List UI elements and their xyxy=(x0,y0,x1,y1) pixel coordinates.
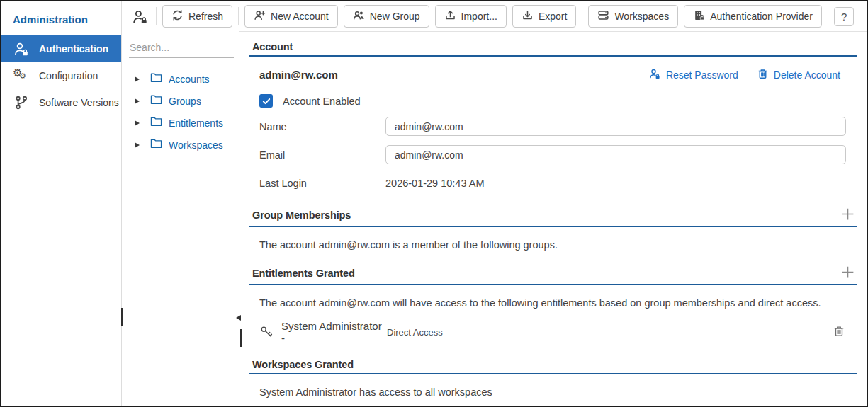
tree-item-label: Groups xyxy=(169,96,201,107)
person-lock-icon xyxy=(13,40,30,57)
new-group-button-label: New Group xyxy=(370,11,420,22)
toolbar-separator xyxy=(828,7,828,25)
toolbar-separator xyxy=(238,7,239,25)
section-divider xyxy=(249,284,857,285)
new-account-button-label: New Account xyxy=(271,11,329,22)
admin-window: { "colors": { "accent_blue": "#1d6fc5", … xyxy=(0,0,868,407)
toolbar-separator xyxy=(156,7,157,25)
last-login-value: 2026-01-29 10:43 AM xyxy=(385,178,484,189)
delete-account-link[interactable]: Delete Account xyxy=(757,67,840,82)
account-lock-icon[interactable] xyxy=(130,7,149,25)
tree-item-groups[interactable]: Groups xyxy=(122,90,239,112)
group-memberships-header: Group Memberships xyxy=(249,193,857,226)
import-button[interactable]: Import... xyxy=(435,5,507,28)
last-login-label: Last Login xyxy=(259,178,385,189)
download-icon xyxy=(522,9,534,23)
section-title: Group Memberships xyxy=(252,210,351,221)
folder-icon xyxy=(150,116,162,130)
help-icon: ? xyxy=(841,11,847,23)
sidebar-item-configuration[interactable]: ⚙⚙ Configuration xyxy=(1,62,121,89)
export-button[interactable]: Export xyxy=(512,5,576,28)
upload-icon xyxy=(444,9,456,23)
group-memberships-description: The account admin@rw.com is a member of … xyxy=(249,239,857,251)
new-account-button[interactable]: New Account xyxy=(244,5,338,28)
email-field-label: Email xyxy=(259,149,385,161)
account-detail-panel: Account admin@rw.com Reset Password Dele… xyxy=(239,31,867,406)
workspaces-description: System Administrator has access to all w… xyxy=(249,386,857,398)
tree-list: Accounts Groups Entitlements Workspaces xyxy=(122,68,239,156)
reset-password-link[interactable]: Reset Password xyxy=(648,67,738,82)
section-title: Entitlements Granted xyxy=(252,268,355,279)
sidebar-title: Administration xyxy=(1,1,121,35)
tree-item-label: Workspaces xyxy=(169,139,223,151)
section-divider xyxy=(249,226,857,227)
authentication-provider-button-label: Authentication Provider xyxy=(710,11,813,22)
right-column: Refresh New Account New Group Import... … xyxy=(122,1,867,406)
tree-item-accounts[interactable]: Accounts xyxy=(122,68,239,90)
authentication-provider-button[interactable]: Authentication Provider xyxy=(684,5,822,28)
section-title: Account xyxy=(252,41,293,52)
toolbar-separator xyxy=(582,7,582,25)
entitlement-name: System Administrator - xyxy=(281,320,387,344)
trash-icon xyxy=(757,68,769,82)
tree-splitter-handle[interactable] xyxy=(240,329,242,347)
account-title-row: admin@rw.com Reset Password Delete Accou… xyxy=(249,67,857,82)
account-enabled-label: Account Enabled xyxy=(283,96,361,107)
building-lock-icon xyxy=(693,9,705,23)
sidebar-item-software-versions[interactable]: Software Versions xyxy=(1,89,121,116)
search-input[interactable] xyxy=(129,40,234,58)
workspaces-button-label: Workspaces xyxy=(614,11,669,22)
toolbar: Refresh New Account New Group Import... … xyxy=(122,1,867,31)
tree-item-entitlements[interactable]: Entitlements xyxy=(122,112,239,134)
section-title: Workspaces Granted xyxy=(252,359,354,370)
plus-icon xyxy=(840,265,855,282)
person-lock-icon xyxy=(648,67,661,82)
people-icon xyxy=(353,9,365,23)
tree-item-workspaces[interactable]: Workspaces xyxy=(122,134,239,156)
reset-password-label: Reset Password xyxy=(666,69,738,81)
name-field[interactable] xyxy=(385,117,846,136)
workspaces-granted-header: Workspaces Granted xyxy=(249,344,857,373)
email-field[interactable] xyxy=(385,145,846,164)
name-field-row: Name xyxy=(249,117,857,136)
caret-right-icon[interactable] xyxy=(135,142,140,148)
add-entitlement-button[interactable] xyxy=(840,265,855,281)
entitlement-row: System Administrator - Direct Access xyxy=(249,320,857,344)
trash-icon xyxy=(833,325,845,340)
help-button[interactable]: ? xyxy=(834,7,854,26)
account-section-header: Account xyxy=(249,32,857,55)
account-actions: Reset Password Delete Account xyxy=(648,67,840,82)
tree-panel: Accounts Groups Entitlements Workspaces xyxy=(122,31,239,406)
sidebar-item-label: Authentication xyxy=(39,43,108,55)
key-icon xyxy=(259,325,274,339)
account-enabled-checkbox[interactable] xyxy=(259,94,273,108)
last-login-row: Last Login 2026-01-29 10:43 AM xyxy=(249,173,857,193)
name-field-label: Name xyxy=(259,121,385,132)
plus-icon xyxy=(840,207,855,224)
tree-item-label: Accounts xyxy=(169,74,210,85)
caret-right-icon[interactable] xyxy=(135,76,140,82)
sidebar-item-authentication[interactable]: Authentication xyxy=(1,35,121,62)
caret-right-icon[interactable] xyxy=(135,120,140,126)
new-group-button[interactable]: New Group xyxy=(344,5,429,28)
caret-right-icon[interactable] xyxy=(135,98,140,104)
entitlement-access-type: Direct Access xyxy=(387,327,443,338)
folder-icon xyxy=(150,72,162,86)
refresh-button-label: Refresh xyxy=(188,11,223,22)
section-divider xyxy=(249,55,857,57)
refresh-icon xyxy=(171,9,184,23)
email-field-row: Email xyxy=(249,145,857,164)
stack-icon xyxy=(597,9,609,23)
delete-entitlement-button[interactable] xyxy=(833,325,845,340)
person-add-icon xyxy=(254,9,266,23)
section-divider xyxy=(249,373,857,374)
folder-icon xyxy=(150,94,162,108)
sidebar-item-label: Software Versions xyxy=(39,97,119,108)
workspaces-button[interactable]: Workspaces xyxy=(588,5,678,28)
branch-icon xyxy=(13,94,30,111)
sidebar-splitter-handle[interactable] xyxy=(121,308,123,326)
refresh-button[interactable]: Refresh xyxy=(162,5,232,28)
collapse-panel-icon[interactable] xyxy=(236,315,241,321)
gears-icon: ⚙⚙ xyxy=(13,67,30,84)
add-group-membership-button[interactable] xyxy=(840,207,855,223)
